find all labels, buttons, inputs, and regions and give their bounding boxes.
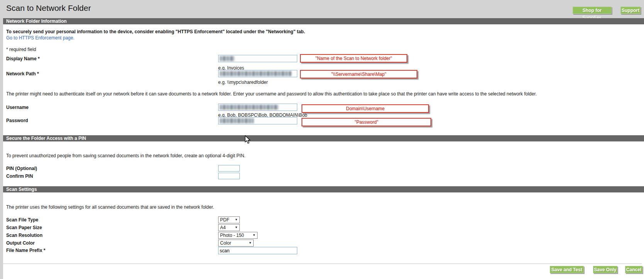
scan-file-type-select[interactable]: ▼ PDF — [218, 216, 240, 223]
pin-input[interactable] — [218, 165, 240, 172]
scan-resolution-label: Scan Resolution — [6, 233, 42, 238]
censored-value — [220, 56, 234, 61]
username-input[interactable] — [218, 104, 297, 111]
https-enforcement-notice: To securely send your personal informati… — [6, 29, 305, 34]
scan-file-type-value: PDF — [220, 217, 229, 223]
top-header-strip — [0, 0, 644, 18]
chevron-down-icon: ▼ — [235, 225, 238, 231]
save-and-test-button[interactable]: Save and Test — [550, 266, 584, 273]
censored-value — [220, 71, 291, 76]
password-input[interactable] — [218, 117, 297, 124]
section-header-scan-settings: Scan Settings — [3, 186, 644, 192]
username-label: Username — [6, 105, 29, 110]
left-gutter — [0, 18, 3, 279]
display-name-input[interactable] — [218, 55, 297, 62]
file-name-prefix-input[interactable] — [218, 247, 297, 254]
page-title: Scan to Network Folder — [6, 3, 91, 13]
censored-value — [220, 105, 278, 110]
network-path-input[interactable] — [218, 70, 297, 77]
cancel-button[interactable]: Cancel — [625, 266, 642, 273]
footer-divider — [3, 264, 642, 264]
output-color-label: Output Color — [6, 240, 35, 246]
required-field-note: * required field — [6, 47, 36, 52]
scan-settings-intro: The printer uses the following settings … — [6, 204, 214, 210]
support-button[interactable]: Support — [620, 7, 641, 14]
shop-for-supplies-button[interactable]: Shop for Supplies — [573, 7, 612, 14]
scan-paper-size-label: Scan Paper Size — [6, 225, 42, 230]
pin-optional-label: PIN (Optional) — [6, 166, 37, 171]
network-path-hint: e.g. \\mypc\sharedfolder — [218, 80, 268, 85]
scan-file-type-label: Scan File Type — [6, 217, 38, 223]
display-name-label: Display Name * — [6, 56, 40, 61]
output-color-select[interactable]: ▼ Color — [218, 240, 254, 247]
annotation-password: "Password" — [302, 118, 431, 126]
censored-value — [220, 118, 254, 123]
confirm-pin-input[interactable] — [218, 173, 240, 179]
authentication-note: The printer might need to authenticate i… — [6, 91, 537, 97]
chevron-down-icon: ▼ — [249, 240, 252, 246]
annotation-display-name: "Name of the Scan to Network folder" — [300, 54, 407, 63]
file-name-prefix-label: File Name Prefix * — [6, 248, 45, 253]
section-header-network-folder-information: Network Folder Information — [3, 18, 644, 24]
annotation-network-path: "\\Servername\Share\Map" — [300, 70, 417, 78]
chevron-down-icon: ▼ — [235, 217, 238, 223]
https-enforcement-link[interactable]: Go to HTTPS Enforcement page. — [6, 35, 75, 41]
pin-intro-text: To prevent unauthorized people from savi… — [6, 153, 246, 158]
network-path-label: Network Path * — [6, 71, 39, 77]
scan-paper-size-value: A4 — [220, 225, 226, 230]
save-only-button[interactable]: Save Only — [593, 266, 617, 273]
chevron-down-icon: ▼ — [253, 232, 256, 238]
scan-to-network-folder-page: Scan to Network Folder Shop for Supplies… — [0, 0, 644, 279]
annotation-username: Domain\Username — [302, 104, 429, 113]
confirm-pin-label: Confirm PIN — [6, 174, 33, 179]
scan-paper-size-select[interactable]: ▼ A4 — [218, 224, 240, 231]
output-color-value: Color — [220, 240, 231, 246]
scan-resolution-select[interactable]: ▼ Photo - 150 dpi — [218, 232, 258, 239]
password-label: Password — [6, 118, 28, 123]
section-header-secure-folder-pin: Secure the Folder Access with a PIN — [3, 135, 644, 141]
